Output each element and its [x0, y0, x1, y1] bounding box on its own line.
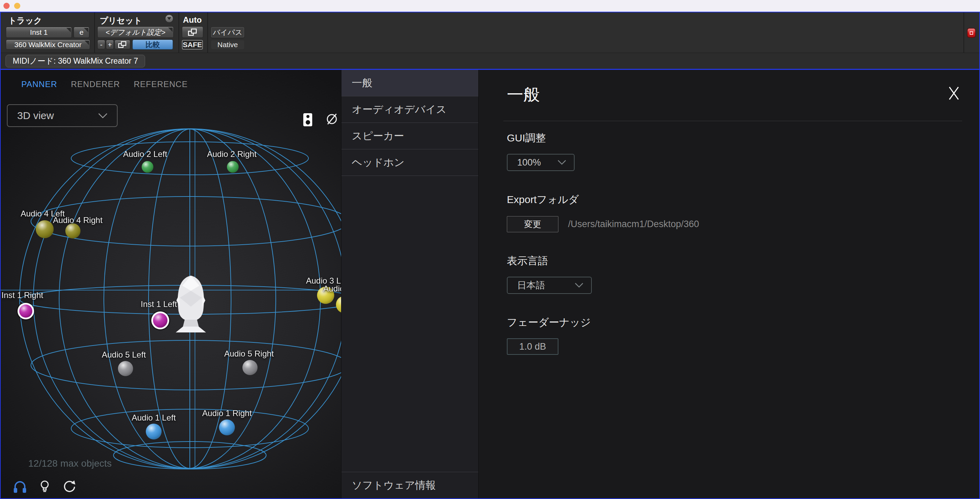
menu-item-3[interactable]: ヘッドホン — [342, 149, 478, 176]
dropdown-corner-icon — [84, 41, 89, 45]
chevron-down-icon — [557, 160, 566, 165]
gui-scale-label: GUI調整 — [507, 131, 962, 145]
object-label-audio-5-left: Audio 5 Left — [102, 350, 146, 360]
menu-item-software-info[interactable]: ソフトウェア情報 — [342, 472, 478, 498]
preset-selector[interactable]: <デフォルト設定> — [97, 27, 173, 38]
settings-menu-list: 一般オーディオデバイススピーカーヘッドホン — [342, 70, 478, 176]
preset-decrement-button[interactable]: - — [97, 40, 105, 49]
panner-tools — [13, 479, 77, 494]
object-label-audio-2-left: Audio 2 Left — [123, 149, 167, 159]
object-label-audio-2-right: Audio 2 Right — [207, 149, 256, 159]
minimize-window-button[interactable] — [14, 3, 20, 9]
audio-object-audio-2-left[interactable] — [142, 161, 153, 173]
object-label-audio-1-left: Audio 1 Left — [132, 413, 176, 422]
object-label-audio-5-right: Audio 5 Right — [224, 349, 274, 359]
track-section-label: トラック — [8, 15, 42, 26]
language-label: 表示言語 — [507, 254, 962, 268]
close-window-button[interactable] — [3, 3, 10, 9]
reset-view-icon[interactable] — [62, 479, 77, 494]
bypass-button[interactable]: バイパス — [211, 27, 244, 38]
edit-button[interactable]: e — [73, 27, 89, 38]
plugin-selector[interactable]: 360 WalkMix Creator — [6, 40, 90, 49]
object-label-audio-3-right: Audio 3 Right — [323, 284, 341, 293]
auto-copy-button[interactable] — [182, 27, 203, 38]
dropdown-corner-icon — [168, 27, 173, 32]
safe-button[interactable]: SAFE — [182, 40, 203, 49]
audio-object-audio-4-right[interactable] — [65, 223, 81, 239]
lightbulb-icon[interactable] — [37, 479, 52, 494]
headphones-icon[interactable] — [13, 479, 27, 494]
audio-object-inst-1-right[interactable] — [19, 305, 32, 318]
export-folder-path: /Users/taikimacm1/Desktop/360 — [568, 219, 699, 230]
plugin-content: PANNERRENDERERREFERENCE 3D view — [1, 70, 979, 498]
object-label-audio-1-right: Audio 1 Right — [202, 408, 252, 418]
auto-section-label: Auto — [183, 15, 202, 25]
audio-object-audio-2-right[interactable] — [227, 161, 239, 173]
track-selector[interactable]: Inst 1 — [6, 27, 72, 38]
copy-icon — [118, 41, 127, 48]
audio-object-audio-4-left[interactable] — [36, 220, 54, 238]
chevron-down-icon — [167, 17, 171, 20]
protools-plugin-header: トラック プリセット Auto Inst 1 e 360 WalkMix Cre… — [1, 13, 979, 70]
midi-node-chip: MIDIノード: 360 WalkMix Creator 7 — [5, 55, 145, 67]
export-folder-label: Exportフォルダ — [507, 193, 962, 207]
close-icon — [948, 86, 960, 101]
audio-object-audio-1-right[interactable] — [219, 419, 235, 435]
plugin-window: トラック プリセット Auto Inst 1 e 360 WalkMix Cre… — [0, 12, 980, 499]
dropdown-corner-icon — [66, 28, 71, 32]
panner-panel: PANNERRENDERERREFERENCE 3D view — [1, 70, 341, 498]
object-label-inst-1-left: Inst 1 Left — [141, 300, 177, 309]
preset-menu-button[interactable] — [165, 14, 173, 23]
native-button[interactable]: Native — [211, 40, 244, 49]
close-settings-button[interactable] — [948, 86, 960, 102]
fader-nudge-input[interactable]: 1.0 dB — [507, 338, 558, 355]
change-folder-button[interactable]: 変更 — [507, 216, 558, 232]
divider — [503, 121, 962, 121]
menu-item-2[interactable]: スピーカー — [342, 123, 478, 149]
settings-menu: 一般オーディオデバイススピーカーヘッドホン ソフトウェア情報 — [341, 70, 479, 498]
object-label-inst-1-right: Inst 1 Right — [2, 290, 43, 300]
gui-scale-select[interactable]: 100% — [507, 154, 574, 171]
settings-panel: 一般 GUI調整 100% Exportフォル — [479, 70, 979, 498]
menu-item-1[interactable]: オーディオデバイス — [342, 96, 478, 123]
audio-object-audio-1-left[interactable] — [146, 424, 162, 440]
max-objects-label: 12/128 max objects — [28, 458, 112, 469]
compare-button[interactable]: 比較 — [132, 40, 173, 49]
preset-copy-button[interactable] — [115, 40, 130, 49]
menu-item-0[interactable]: 一般 — [342, 70, 478, 96]
audio-object-audio-3-right[interactable] — [336, 296, 341, 313]
object-label-audio-4-right: Audio 4 Right — [53, 215, 102, 225]
panner-objects-layer: Audio 2 LeftAudio 2 RightAudio 4 LeftAud… — [1, 70, 341, 498]
target-button[interactable] — [967, 28, 976, 38]
dropdown-corner-icon — [84, 28, 88, 32]
audio-object-inst-1-left[interactable] — [153, 313, 167, 328]
audio-object-audio-5-left[interactable] — [118, 361, 133, 376]
app-window: トラック プリセット Auto Inst 1 e 360 WalkMix Cre… — [0, 0, 980, 499]
audio-object-audio-5-right[interactable] — [242, 360, 258, 375]
language-select[interactable]: 日本語 — [507, 277, 592, 294]
settings-page-title: 一般 — [507, 84, 540, 106]
preset-increment-button[interactable]: + — [106, 40, 114, 49]
target-icon — [970, 31, 973, 35]
macos-titlebar — [0, 0, 980, 12]
fader-nudge-label: フェーダーナッジ — [507, 316, 962, 330]
preset-section-label: プリセット — [100, 15, 142, 26]
midi-node-bar: MIDIノード: 360 WalkMix Creator 7 — [1, 53, 979, 69]
copy-icon — [188, 28, 197, 37]
chevron-down-icon — [574, 282, 584, 288]
